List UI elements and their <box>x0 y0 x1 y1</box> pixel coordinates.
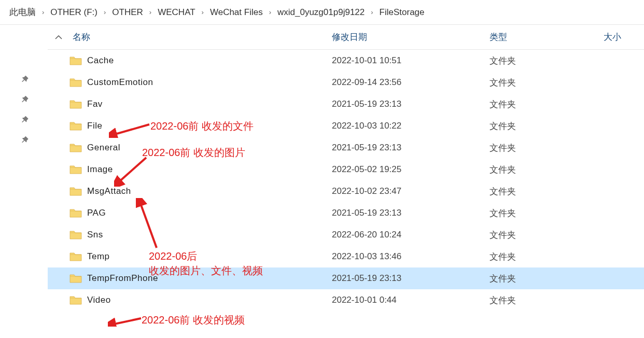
chevron-right-icon[interactable]: › <box>268 8 272 16</box>
file-type: 文件夹 <box>489 120 604 132</box>
table-row[interactable]: General2021-05-19 23:13文件夹 <box>48 137 644 159</box>
column-headers: 名称 修改日期 类型 大小 <box>48 25 644 50</box>
table-row[interactable]: Temp2022-10-03 13:46文件夹 <box>48 246 644 267</box>
header-size[interactable]: 大小 <box>604 31 621 43</box>
breadcrumb-filestorage[interactable]: FileStorage <box>376 6 428 19</box>
file-date: 2022-10-03 10:22 <box>332 121 489 131</box>
folder-icon <box>69 251 82 262</box>
pin-icon[interactable] <box>17 73 32 88</box>
header-date[interactable]: 修改日期 <box>332 31 489 43</box>
file-type: 文件夹 <box>489 98 604 110</box>
file-name: Video <box>87 295 111 305</box>
breadcrumb-other[interactable]: OTHER <box>109 6 146 19</box>
annotation-video: 2022-06前 收发的视频 <box>142 313 245 327</box>
folder-icon <box>69 99 82 109</box>
file-type: 文件夹 <box>489 186 604 198</box>
table-row[interactable]: Image2022-05-02 19:25文件夹 <box>48 159 644 180</box>
breadcrumb-this-pc[interactable]: 此电脑 <box>6 5 39 19</box>
file-date: 2022-10-01 0:44 <box>332 295 489 305</box>
file-date: 2022-06-20 10:24 <box>332 230 489 240</box>
quick-access-pins <box>0 25 48 311</box>
chevron-right-icon[interactable]: › <box>41 8 45 16</box>
chevron-right-icon[interactable]: › <box>103 8 107 16</box>
file-date: 2022-10-01 10:51 <box>332 55 489 66</box>
file-date: 2021-05-19 23:13 <box>332 99 489 109</box>
file-name: PAG <box>87 208 106 218</box>
breadcrumb-other-f[interactable]: OTHER (F:) <box>47 6 101 19</box>
file-type: 文件夹 <box>489 229 604 241</box>
chevron-right-icon[interactable]: › <box>201 8 205 16</box>
pin-icon[interactable] <box>17 114 32 129</box>
file-type: 文件夹 <box>489 251 604 263</box>
file-date: 2022-09-14 23:56 <box>332 77 489 88</box>
file-type: 文件夹 <box>489 164 604 176</box>
folder-icon <box>69 121 82 131</box>
file-type: 文件夹 <box>489 273 604 285</box>
file-name: Image <box>87 164 113 175</box>
file-date: 2022-05-02 19:25 <box>332 164 489 175</box>
file-type: 文件夹 <box>489 77 604 89</box>
file-name: CustomEmotion <box>87 77 153 88</box>
chevron-right-icon[interactable]: › <box>370 8 374 16</box>
chevron-right-icon[interactable]: › <box>148 8 152 16</box>
svg-line-3 <box>112 318 141 325</box>
file-type: 文件夹 <box>489 207 604 219</box>
file-name: TempFromPhone <box>87 273 158 284</box>
table-row[interactable]: Cache2022-10-01 10:51文件夹 <box>48 50 644 72</box>
file-type: 文件夹 <box>489 142 604 154</box>
file-name: MsgAttach <box>87 186 131 196</box>
file-type: 文件夹 <box>489 294 604 306</box>
file-name: Fav <box>87 99 103 109</box>
folder-icon <box>69 295 82 305</box>
arrow-icon <box>108 310 143 327</box>
table-row[interactable]: File2022-10-03 10:22文件夹 <box>48 115 644 137</box>
sort-caret-icon[interactable] <box>48 33 69 41</box>
table-row[interactable]: PAG2021-05-19 23:13文件夹 <box>48 202 644 224</box>
header-name[interactable]: 名称 <box>69 31 332 43</box>
file-name: Temp <box>87 251 110 262</box>
table-row[interactable]: MsgAttach2022-10-02 23:47文件夹 <box>48 180 644 202</box>
header-type[interactable]: 类型 <box>489 31 604 43</box>
table-row[interactable]: CustomEmotion2022-09-14 23:56文件夹 <box>48 72 644 93</box>
file-name: Sns <box>87 230 103 240</box>
table-row[interactable]: Video2022-10-01 0:44文件夹 <box>48 289 644 311</box>
file-date: 2021-05-19 23:13 <box>332 143 489 153</box>
folder-icon <box>69 273 82 284</box>
file-name: General <box>87 143 120 153</box>
file-date: 2022-10-03 13:46 <box>332 251 489 262</box>
folder-icon <box>69 143 82 153</box>
folder-icon <box>69 164 82 175</box>
file-name: File <box>87 121 102 131</box>
file-name: Cache <box>87 55 114 66</box>
breadcrumb-wechat-files[interactable]: WeChat Files <box>207 6 266 19</box>
table-row[interactable]: Fav2021-05-19 23:13文件夹 <box>48 93 644 115</box>
pin-icon[interactable] <box>17 134 32 149</box>
breadcrumb: 此电脑 › OTHER (F:) › OTHER › WECHAT › WeCh… <box>0 0 644 25</box>
pin-icon[interactable] <box>17 93 32 108</box>
table-row[interactable]: Sns2022-06-20 10:24文件夹 <box>48 224 644 246</box>
file-date: 2021-05-19 23:13 <box>332 273 489 284</box>
file-date: 2022-10-02 23:47 <box>332 186 489 196</box>
folder-icon <box>69 186 82 196</box>
breadcrumb-wxid[interactable]: wxid_0yuzg01p9j9122 <box>274 6 368 19</box>
folder-icon <box>69 230 82 240</box>
file-date: 2021-05-19 23:13 <box>332 208 489 218</box>
breadcrumb-wechat[interactable]: WECHAT <box>155 6 198 19</box>
folder-icon <box>69 208 82 218</box>
table-row[interactable]: TempFromPhone2021-05-19 23:13文件夹 <box>48 267 644 289</box>
folder-icon <box>69 77 82 88</box>
file-type: 文件夹 <box>489 55 604 67</box>
folder-icon <box>69 55 82 66</box>
